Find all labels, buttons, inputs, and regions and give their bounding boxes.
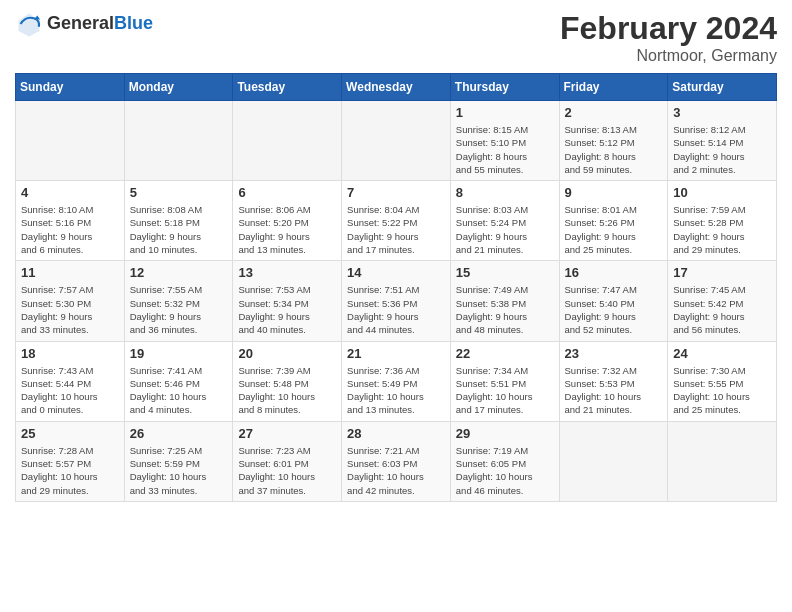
calendar-cell: 5Sunrise: 8:08 AM Sunset: 5:18 PM Daylig…: [124, 181, 233, 261]
day-number: 21: [347, 346, 445, 361]
calendar-cell: 12Sunrise: 7:55 AM Sunset: 5:32 PM Dayli…: [124, 261, 233, 341]
day-info: Sunrise: 7:47 AM Sunset: 5:40 PM Dayligh…: [565, 283, 663, 336]
day-number: 5: [130, 185, 228, 200]
calendar-cell: 7Sunrise: 8:04 AM Sunset: 5:22 PM Daylig…: [342, 181, 451, 261]
day-number: 13: [238, 265, 336, 280]
day-info: Sunrise: 8:12 AM Sunset: 5:14 PM Dayligh…: [673, 123, 771, 176]
weekday-header-sunday: Sunday: [16, 74, 125, 101]
weekday-header-tuesday: Tuesday: [233, 74, 342, 101]
weekday-header-monday: Monday: [124, 74, 233, 101]
weekday-header-friday: Friday: [559, 74, 668, 101]
day-info: Sunrise: 7:23 AM Sunset: 6:01 PM Dayligh…: [238, 444, 336, 497]
day-number: 15: [456, 265, 554, 280]
day-number: 29: [456, 426, 554, 441]
title-area: February 2024 Nortmoor, Germany: [560, 10, 777, 65]
day-info: Sunrise: 7:45 AM Sunset: 5:42 PM Dayligh…: [673, 283, 771, 336]
day-number: 17: [673, 265, 771, 280]
day-info: Sunrise: 7:43 AM Sunset: 5:44 PM Dayligh…: [21, 364, 119, 417]
calendar-cell: 23Sunrise: 7:32 AM Sunset: 5:53 PM Dayli…: [559, 341, 668, 421]
day-number: 14: [347, 265, 445, 280]
calendar-cell: 22Sunrise: 7:34 AM Sunset: 5:51 PM Dayli…: [450, 341, 559, 421]
day-number: 18: [21, 346, 119, 361]
calendar-cell: 17Sunrise: 7:45 AM Sunset: 5:42 PM Dayli…: [668, 261, 777, 341]
calendar-cell: 8Sunrise: 8:03 AM Sunset: 5:24 PM Daylig…: [450, 181, 559, 261]
day-number: 19: [130, 346, 228, 361]
logo-icon: [15, 10, 43, 38]
calendar-cell: 18Sunrise: 7:43 AM Sunset: 5:44 PM Dayli…: [16, 341, 125, 421]
calendar-cell: 9Sunrise: 8:01 AM Sunset: 5:26 PM Daylig…: [559, 181, 668, 261]
calendar-cell: 13Sunrise: 7:53 AM Sunset: 5:34 PM Dayli…: [233, 261, 342, 341]
day-info: Sunrise: 8:15 AM Sunset: 5:10 PM Dayligh…: [456, 123, 554, 176]
day-number: 3: [673, 105, 771, 120]
day-info: Sunrise: 8:08 AM Sunset: 5:18 PM Dayligh…: [130, 203, 228, 256]
day-number: 26: [130, 426, 228, 441]
day-info: Sunrise: 7:57 AM Sunset: 5:30 PM Dayligh…: [21, 283, 119, 336]
calendar-cell: 6Sunrise: 8:06 AM Sunset: 5:20 PM Daylig…: [233, 181, 342, 261]
calendar-cell: [233, 101, 342, 181]
calendar-week-row: 18Sunrise: 7:43 AM Sunset: 5:44 PM Dayli…: [16, 341, 777, 421]
day-number: 11: [21, 265, 119, 280]
day-info: Sunrise: 7:32 AM Sunset: 5:53 PM Dayligh…: [565, 364, 663, 417]
calendar-cell: 24Sunrise: 7:30 AM Sunset: 5:55 PM Dayli…: [668, 341, 777, 421]
calendar-week-row: 1Sunrise: 8:15 AM Sunset: 5:10 PM Daylig…: [16, 101, 777, 181]
calendar-cell: 2Sunrise: 8:13 AM Sunset: 5:12 PM Daylig…: [559, 101, 668, 181]
day-number: 27: [238, 426, 336, 441]
logo: GeneralBlue: [15, 10, 153, 38]
day-number: 28: [347, 426, 445, 441]
calendar-week-row: 25Sunrise: 7:28 AM Sunset: 5:57 PM Dayli…: [16, 421, 777, 501]
day-info: Sunrise: 7:21 AM Sunset: 6:03 PM Dayligh…: [347, 444, 445, 497]
day-info: Sunrise: 8:13 AM Sunset: 5:12 PM Dayligh…: [565, 123, 663, 176]
month-title: February 2024: [560, 10, 777, 47]
day-number: 1: [456, 105, 554, 120]
calendar-week-row: 11Sunrise: 7:57 AM Sunset: 5:30 PM Dayli…: [16, 261, 777, 341]
day-info: Sunrise: 7:36 AM Sunset: 5:49 PM Dayligh…: [347, 364, 445, 417]
day-number: 6: [238, 185, 336, 200]
calendar-cell: [342, 101, 451, 181]
header: GeneralBlue February 2024 Nortmoor, Germ…: [15, 10, 777, 65]
calendar-cell: 29Sunrise: 7:19 AM Sunset: 6:05 PM Dayli…: [450, 421, 559, 501]
day-number: 24: [673, 346, 771, 361]
calendar-cell: 1Sunrise: 8:15 AM Sunset: 5:10 PM Daylig…: [450, 101, 559, 181]
calendar-table: SundayMondayTuesdayWednesdayThursdayFrid…: [15, 73, 777, 502]
location-title: Nortmoor, Germany: [560, 47, 777, 65]
calendar-cell: 19Sunrise: 7:41 AM Sunset: 5:46 PM Dayli…: [124, 341, 233, 421]
day-number: 25: [21, 426, 119, 441]
day-info: Sunrise: 8:10 AM Sunset: 5:16 PM Dayligh…: [21, 203, 119, 256]
day-info: Sunrise: 7:49 AM Sunset: 5:38 PM Dayligh…: [456, 283, 554, 336]
weekday-header-wednesday: Wednesday: [342, 74, 451, 101]
day-number: 12: [130, 265, 228, 280]
calendar-cell: [559, 421, 668, 501]
calendar-week-row: 4Sunrise: 8:10 AM Sunset: 5:16 PM Daylig…: [16, 181, 777, 261]
calendar-cell: 3Sunrise: 8:12 AM Sunset: 5:14 PM Daylig…: [668, 101, 777, 181]
day-info: Sunrise: 7:59 AM Sunset: 5:28 PM Dayligh…: [673, 203, 771, 256]
day-info: Sunrise: 8:03 AM Sunset: 5:24 PM Dayligh…: [456, 203, 554, 256]
day-number: 7: [347, 185, 445, 200]
day-info: Sunrise: 7:51 AM Sunset: 5:36 PM Dayligh…: [347, 283, 445, 336]
calendar-cell: [124, 101, 233, 181]
day-info: Sunrise: 8:04 AM Sunset: 5:22 PM Dayligh…: [347, 203, 445, 256]
calendar-cell: 16Sunrise: 7:47 AM Sunset: 5:40 PM Dayli…: [559, 261, 668, 341]
weekday-header-thursday: Thursday: [450, 74, 559, 101]
calendar-cell: 26Sunrise: 7:25 AM Sunset: 5:59 PM Dayli…: [124, 421, 233, 501]
calendar-cell: 14Sunrise: 7:51 AM Sunset: 5:36 PM Dayli…: [342, 261, 451, 341]
day-info: Sunrise: 7:53 AM Sunset: 5:34 PM Dayligh…: [238, 283, 336, 336]
calendar-cell: 28Sunrise: 7:21 AM Sunset: 6:03 PM Dayli…: [342, 421, 451, 501]
calendar-cell: 20Sunrise: 7:39 AM Sunset: 5:48 PM Dayli…: [233, 341, 342, 421]
day-number: 20: [238, 346, 336, 361]
day-number: 23: [565, 346, 663, 361]
calendar-cell: 15Sunrise: 7:49 AM Sunset: 5:38 PM Dayli…: [450, 261, 559, 341]
day-info: Sunrise: 7:41 AM Sunset: 5:46 PM Dayligh…: [130, 364, 228, 417]
day-info: Sunrise: 7:28 AM Sunset: 5:57 PM Dayligh…: [21, 444, 119, 497]
day-number: 10: [673, 185, 771, 200]
day-number: 16: [565, 265, 663, 280]
calendar-cell: 11Sunrise: 7:57 AM Sunset: 5:30 PM Dayli…: [16, 261, 125, 341]
calendar-cell: 25Sunrise: 7:28 AM Sunset: 5:57 PM Dayli…: [16, 421, 125, 501]
day-info: Sunrise: 7:34 AM Sunset: 5:51 PM Dayligh…: [456, 364, 554, 417]
weekday-header-saturday: Saturday: [668, 74, 777, 101]
logo-blue: Blue: [114, 13, 153, 33]
calendar-cell: 21Sunrise: 7:36 AM Sunset: 5:49 PM Dayli…: [342, 341, 451, 421]
day-number: 4: [21, 185, 119, 200]
calendar-cell: 4Sunrise: 8:10 AM Sunset: 5:16 PM Daylig…: [16, 181, 125, 261]
day-number: 8: [456, 185, 554, 200]
logo-general: General: [47, 13, 114, 33]
